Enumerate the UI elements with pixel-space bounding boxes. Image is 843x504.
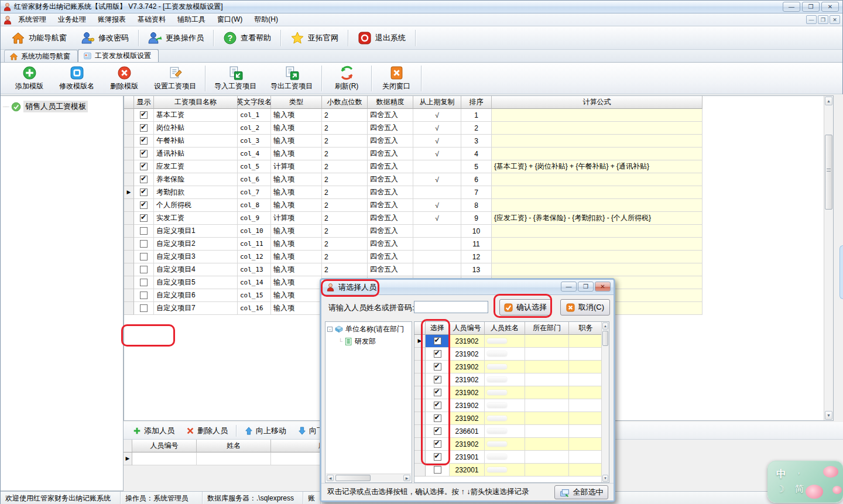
person-name-cell[interactable] xyxy=(485,373,525,386)
type-cell[interactable]: 输入项 xyxy=(271,109,322,122)
checkbox-icon[interactable] xyxy=(140,214,148,222)
decimals-cell[interactable]: 2 xyxy=(322,148,368,160)
salary-grid-row[interactable]: 应发工资 col_5 计算项 2 四舍五入 5 {基本工资} + {岗位补贴} … xyxy=(124,160,833,173)
precision-cell[interactable]: 四舍五入 xyxy=(368,199,413,212)
formula-cell[interactable] xyxy=(492,173,702,186)
copy-prev-cell[interactable]: √ xyxy=(413,199,461,212)
ime-lang-indicator[interactable]: 中 xyxy=(776,467,786,481)
select-checkbox-cell[interactable] xyxy=(426,451,450,464)
person-id-cell[interactable]: 231901 xyxy=(450,451,485,464)
menu-item[interactable]: 帮助(H) xyxy=(248,13,284,26)
copy-prev-cell[interactable] xyxy=(413,238,461,251)
yatuo-website-button[interactable]: 亚拓官网 xyxy=(283,29,345,47)
person-name-input[interactable] xyxy=(414,301,488,313)
field-name-cell[interactable]: col_1 xyxy=(238,109,271,122)
checkbox-icon[interactable] xyxy=(434,376,441,383)
item-name-cell[interactable]: 考勤扣款 xyxy=(154,186,238,199)
field-name-cell[interactable]: col_6 xyxy=(238,173,271,186)
view-help-button[interactable]: ?查看帮助 xyxy=(216,29,278,47)
type-cell[interactable]: 输入项 xyxy=(271,148,322,160)
salary-grid-row[interactable]: 实发工资 col_9 计算项 2 四舍五入 √ 9 {应发工资} - {养老保险… xyxy=(124,212,833,225)
item-name-cell[interactable]: 应发工资 xyxy=(154,160,238,173)
field-name-cell[interactable]: col_4 xyxy=(238,148,271,160)
salary-grid-vscrollbar[interactable]: ▲ ▼ xyxy=(824,96,833,420)
decimals-cell[interactable]: 2 xyxy=(322,160,368,173)
add-template-button[interactable]: 添加模版 xyxy=(6,64,52,92)
cancel-button[interactable]: 取消(C) xyxy=(560,299,610,316)
dialog-person-row[interactable]: 231902 xyxy=(414,361,609,373)
title-cell[interactable] xyxy=(569,335,603,348)
column-header[interactable]: 英文字段名 xyxy=(238,96,271,109)
salary-grid-row[interactable]: 基本工资 col_1 输入项 2 四舍五入 √ 1 xyxy=(124,109,833,122)
copy-prev-cell[interactable]: √ xyxy=(413,148,461,160)
formula-cell[interactable] xyxy=(492,148,702,160)
person-id-cell[interactable]: 236601 xyxy=(450,425,485,438)
dialog-restore-button[interactable]: ❐ xyxy=(578,282,594,292)
person-name-cell[interactable] xyxy=(485,335,525,348)
checkbox-icon[interactable] xyxy=(140,266,148,273)
item-name-cell[interactable]: 自定义项目1 xyxy=(154,225,238,238)
ime-charset-indicator[interactable]: 简 xyxy=(795,484,804,495)
salary-grid-row[interactable]: 自定义项目4 col_13 输入项 2 四舍五入 13 xyxy=(124,263,833,276)
move-up-button[interactable]: 向上移动 xyxy=(239,424,292,438)
person-id-cell[interactable]: 231902 xyxy=(450,399,485,412)
checkbox-icon[interactable] xyxy=(434,402,441,409)
checkbox-icon[interactable] xyxy=(140,279,148,286)
export-salary-items-button[interactable]: 导出工资项目 xyxy=(263,64,320,92)
column-header[interactable]: 人员姓名 xyxy=(485,322,525,335)
show-checkbox-cell[interactable] xyxy=(134,251,154,263)
show-checkbox-cell[interactable] xyxy=(134,122,154,135)
dialog-person-row[interactable]: 236601 xyxy=(414,425,609,438)
tab-salary-template-settings[interactable]: 工资发放模版设置 xyxy=(78,49,159,62)
person-name-cell[interactable] xyxy=(485,464,525,476)
department-cell[interactable] xyxy=(525,386,569,399)
person-id-cell[interactable]: 231902 xyxy=(450,361,485,373)
formula-cell[interactable] xyxy=(492,263,702,276)
show-checkbox-cell[interactable] xyxy=(134,173,154,186)
salary-grid-row[interactable]: 通讯补贴 col_4 输入项 2 四舍五入 √ 4 xyxy=(124,148,833,160)
select-all-button[interactable]: 全部选中 xyxy=(554,485,608,499)
mdi-close-button[interactable]: ✕ xyxy=(830,15,840,24)
checkbox-icon[interactable] xyxy=(434,440,441,448)
tree-hscrollbar[interactable]: ◀ ▶ xyxy=(326,474,411,482)
person-name-cell[interactable] xyxy=(485,412,525,425)
dialog-person-row[interactable]: 231902 xyxy=(414,438,609,451)
type-cell[interactable]: 计算项 xyxy=(271,160,322,173)
precision-cell[interactable]: 四舍五入 xyxy=(368,263,413,276)
nav-window-button[interactable]: 功能导航窗 xyxy=(4,29,74,47)
close-button[interactable]: ✕ xyxy=(821,2,839,12)
checkbox-icon[interactable] xyxy=(434,453,441,461)
salary-grid-row[interactable]: 自定义项目3 col_12 输入项 2 四舍五入 12 xyxy=(124,251,833,263)
show-checkbox-cell[interactable] xyxy=(134,302,154,315)
dialog-person-row[interactable]: 231902 xyxy=(414,373,609,386)
checkbox-icon[interactable] xyxy=(434,427,441,435)
scroll-down-arrow[interactable]: ▼ xyxy=(825,411,832,420)
menu-item[interactable]: 窗口(W) xyxy=(211,13,248,26)
select-checkbox-cell[interactable] xyxy=(426,386,450,399)
person-id-cell[interactable]: 231902 xyxy=(450,386,485,399)
order-cell[interactable]: 5 xyxy=(461,160,492,173)
copy-prev-cell[interactable]: √ xyxy=(413,122,461,135)
menu-item[interactable]: 基础资料 xyxy=(132,13,172,26)
decimals-cell[interactable]: 2 xyxy=(322,135,368,148)
title-cell[interactable] xyxy=(569,361,603,373)
checkbox-icon[interactable] xyxy=(140,201,148,209)
item-name-cell[interactable]: 实发工资 xyxy=(154,212,238,225)
person-name-cell[interactable] xyxy=(485,386,525,399)
checkbox-icon[interactable] xyxy=(434,337,441,345)
field-name-cell[interactable]: col_15 xyxy=(238,289,271,302)
department-cell[interactable] xyxy=(525,438,569,451)
column-header[interactable]: 计算公式 xyxy=(492,96,702,109)
person-id-cell[interactable]: 232001 xyxy=(450,464,485,476)
formula-cell[interactable] xyxy=(492,199,702,212)
dialog-close-button[interactable]: ✕ xyxy=(595,282,611,292)
type-cell[interactable]: 输入项 xyxy=(271,276,322,289)
checkbox-icon[interactable] xyxy=(434,363,441,371)
salary-grid-row[interactable]: 养老保险 col_6 输入项 2 四舍五入 √ 6 xyxy=(124,173,833,186)
dialog-person-row[interactable]: ▶ 231902 xyxy=(414,335,609,348)
column-header[interactable]: 类型 xyxy=(271,96,322,109)
copy-prev-cell[interactable] xyxy=(413,160,461,173)
type-cell[interactable]: 输入项 xyxy=(271,289,322,302)
close-window-button[interactable]: 关闭窗口 xyxy=(373,64,419,92)
formula-cell[interactable] xyxy=(492,225,702,238)
